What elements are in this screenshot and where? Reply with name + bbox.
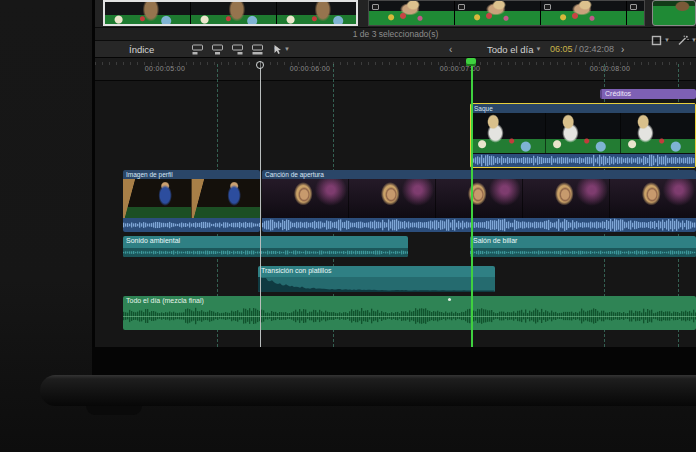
timeline-clip-saque-selected[interactable]: Saque	[470, 103, 696, 168]
ruler-label: 00:00:06:00	[290, 65, 330, 72]
clip-audio-waveform	[258, 277, 495, 292]
timeline-toolbar: Índice ▼ ▼ ‹	[95, 40, 696, 58]
magic-wand-icon	[677, 35, 689, 46]
chevron-down-icon: ▼	[691, 37, 696, 43]
macbook-stage: 1 de 3 seleccionado(s) Índice ▼	[0, 0, 696, 452]
overwrite-clip-icon[interactable]	[251, 44, 264, 55]
ruler-label: 00:00:08:00	[590, 65, 630, 72]
clip-filmstrip	[471, 113, 695, 153]
skimmer-head[interactable]	[256, 61, 264, 69]
timeline-clip-transicion-platillos[interactable]: Transición con platillos	[258, 266, 495, 292]
crop-tool-icon	[651, 35, 662, 46]
macbook-foot	[86, 406, 142, 415]
right-tools-group: ▼ ▼	[651, 33, 696, 47]
browser-clip-partial[interactable]	[652, 0, 696, 26]
next-clip-button[interactable]: ›	[621, 41, 624, 57]
timeline-ruler[interactable]: 00:00:05:00 00:00:06:00 00:00:07:00 00:0…	[95, 58, 696, 81]
clip-filmstrip	[262, 179, 696, 218]
connect-clip-icon[interactable]	[191, 44, 204, 55]
chevron-down-icon: ▼	[284, 46, 290, 52]
timecode-total: 02:42:08	[579, 44, 614, 54]
clip-audio-waveform	[123, 248, 408, 257]
clip-filmstrip	[123, 179, 260, 218]
edit-tools-group: ▼	[191, 41, 279, 57]
clip-title-bar: Canción de apertura	[262, 170, 696, 179]
clip-audio-waveform	[471, 154, 695, 167]
clip-title-bar: Imagen de perfil	[123, 170, 260, 179]
keyframe-marker[interactable]	[448, 298, 451, 301]
timeline-clip-sonido-ambiental[interactable]: Sonido ambiental	[123, 236, 408, 257]
index-button[interactable]: Índice	[129, 41, 154, 57]
selection-status: 1 de 3 seleccionado(s)	[353, 29, 439, 39]
clip-audio-waveform	[123, 218, 260, 232]
timeline-clip-creditos[interactable]: Créditos	[600, 89, 696, 99]
timeline-clip-salon-billar[interactable]: Salón de billar	[470, 236, 696, 257]
fcp-window: 1 de 3 seleccionado(s) Índice ▼	[95, 0, 696, 347]
chevron-down-icon: ▼	[664, 37, 670, 43]
append-clip-icon[interactable]	[231, 44, 244, 55]
arrow-tool-icon	[273, 44, 282, 55]
crop-tool-button[interactable]: ▼	[651, 35, 670, 46]
timeline-area[interactable]: 00:00:05:00 00:00:06:00 00:00:07:00 00:0…	[95, 58, 696, 347]
timeline-clip-mezcla-final[interactable]: Todo el día (mezcla final)	[123, 296, 696, 330]
clip-audio-waveform	[262, 218, 696, 232]
browser-clip-selected[interactable]	[103, 0, 358, 26]
arrow-tool-button[interactable]: ▼	[273, 41, 290, 57]
prev-clip-button[interactable]: ‹	[449, 41, 452, 57]
clip-audio-waveform	[123, 307, 696, 325]
clip-title-bar: Saque	[471, 104, 695, 113]
timecode-elapsed: 06:05	[550, 44, 573, 54]
playhead-line[interactable]	[471, 58, 473, 347]
timecode-dashboard: 06:05 / 02:42:08	[550, 41, 614, 57]
enhance-tool-button[interactable]: ▼	[677, 35, 696, 46]
browser-filmstrip-row	[95, 0, 696, 27]
view-selector[interactable]: Todo el día ▼	[487, 41, 541, 57]
chevron-down-icon: ▼	[535, 46, 541, 52]
clip-audio-waveform	[470, 248, 696, 257]
ruler-label: 00:00:05:00	[145, 65, 185, 72]
timeline-clip-cancion-apertura[interactable]: Canción de apertura	[262, 170, 696, 232]
macbook-chassis	[40, 375, 696, 406]
insert-clip-icon[interactable]	[211, 44, 224, 55]
screen-bezel	[92, 347, 696, 375]
timecode-divider: /	[575, 44, 578, 54]
browser-clip[interactable]	[368, 0, 645, 26]
playhead-head[interactable]	[466, 58, 476, 66]
browser-status-bar: 1 de 3 seleccionado(s)	[95, 27, 696, 41]
skimmer-line[interactable]	[260, 62, 261, 347]
ruler-label: 00:00:07:00	[440, 65, 480, 72]
timeline-clip-imagen-perfil[interactable]: Imagen de perfil	[123, 170, 260, 232]
